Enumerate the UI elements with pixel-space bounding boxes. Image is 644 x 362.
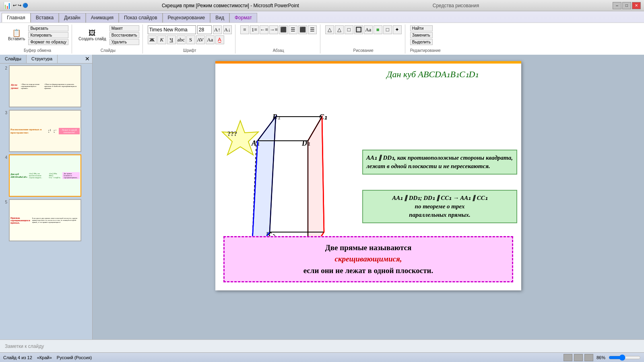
tab-design[interactable]: Дизайн [59,13,85,23]
slide-thumb-4[interactable]: 4 Дан куб ABCDA₁B₁C₁D₁ AA₁ ∥ DD₁, как пр… [2,154,91,197]
slide-sorter-button[interactable] [574,354,583,361]
drawing-label: Рисование [353,47,374,53]
font-size-input[interactable] [197,25,212,34]
slide-show-button[interactable] [584,354,593,361]
slide-num-3: 3 [2,110,7,115]
slide-area: Дан куб ABCDA₁B₁C₁D₁ ??? B₁ C₁ A₁ D₁ B A [93,55,644,339]
maximize-button[interactable]: □ [622,2,631,9]
decrease-indent-button[interactable]: ←≡ [260,25,268,34]
layout-button[interactable]: Макет [109,25,139,31]
slide-num-4: 4 [2,154,7,160]
align-center-button[interactable]: ☰ [289,25,297,34]
shape1-button[interactable]: △ [325,25,334,34]
shadow-button[interactable]: S [186,35,195,44]
group-editing: Найти Заменить Выделить Редактирование [407,25,444,53]
font-grow-button[interactable]: A↑ [213,25,222,34]
bold-button[interactable]: Ж [148,35,157,44]
cut-button[interactable]: Вырезать [28,25,68,31]
tab-review[interactable]: Рецензирование [163,13,211,23]
info-box-2[interactable]: AA₁ ∥ DD₁; DD₁ ∥ CC₁ → AA₁ ∥ CC₁ по теор… [362,190,517,223]
restore-button[interactable]: Восстановить [109,32,139,38]
definition-box: Две прямые называются скрещивающимися, е… [223,236,513,283]
increase-indent-button[interactable]: →≡ [269,25,278,34]
italic-button[interactable]: К [157,35,166,44]
font-selector: A↑ A↓ [148,25,232,34]
font-name-input[interactable] [148,25,196,34]
tab-outline[interactable]: Структура [27,55,58,63]
slide-thumb-5[interactable]: 5 Признак скрещивающихся прямых. Если од… [2,199,91,241]
align-right-button[interactable]: ⬛ [298,25,307,34]
tab-format[interactable]: Формат [229,13,257,23]
outline-button[interactable]: □ [383,25,392,34]
paste-button[interactable]: 📋 Вставить [6,29,27,42]
replace-button[interactable]: Заменить [410,32,433,38]
status-bar: Слайд 4 из 12 «Край» Русский (Россия) 86… [0,352,644,362]
tab-slides[interactable]: Слайды [0,55,27,63]
font-color-button[interactable]: A̲ [215,35,224,44]
tab-animation[interactable]: Анимация [86,13,119,23]
tab-slideshow[interactable]: Показ слайдов [119,13,163,23]
paste-icon: 📋 [12,29,21,37]
editing-label: Редактирование [410,47,441,53]
find-button[interactable]: Найти [410,25,433,31]
slide-title: Дан куб ABCDA₁B₁C₁D₁ [352,69,513,80]
align-left-button[interactable]: ⬛ [279,25,288,34]
ribbon-tabs: Главная Вставка Дизайн Анимация Показ сл… [0,11,644,23]
slide-num-2: 2 [2,65,7,70]
shape2-button[interactable]: △ [335,25,344,34]
select-button[interactable]: Выделить [410,39,433,45]
paragraph-label: Абзац [273,47,284,53]
view-buttons [564,354,593,361]
normal-view-button[interactable] [564,354,572,361]
justify-button[interactable]: ☰ [308,25,317,34]
slide-preview-4: Дан куб ABCDA₁B₁C₁D₁ AA₁ ∥ DD₁, как прот… [9,154,81,197]
title-quick-access: 📊 ↩ ↪ 🔵 [3,2,28,9]
new-slide-button[interactable]: 🖼 Создать слайд [77,29,108,42]
ribbon: Главная Вставка Дизайн Анимация Показ сл… [0,11,644,55]
delete-button[interactable]: Удалить [109,39,139,45]
language-info: Русский (Россия) [57,355,92,360]
effects-button[interactable]: ✦ [393,25,402,34]
clipboard-buttons: 📋 Вставить Вырезать Копировать Формат по… [6,25,68,45]
slide-preview-2: Цели урока: • Ввести определение скрещив… [9,65,81,107]
arrange-button[interactable]: 🔲 [354,25,363,34]
title-bar: 📊 ↩ ↪ 🔵 Скрещив прям [Режим совместимост… [0,0,644,11]
fill-button[interactable]: ■ [374,25,382,34]
font-case-button[interactable]: Аа [206,35,215,44]
theme-name: «Край» [37,355,52,360]
group-font: A↑ A↓ Ж К Ч аbс S AV Аа A̲ Шрифт [144,25,235,53]
bullets-button[interactable]: ≡ [240,25,249,34]
minimize-button[interactable]: – [613,2,621,9]
tab-view[interactable]: Вид [210,13,229,23]
font-spacing-button[interactable]: AV [196,35,205,44]
quick-styles-button[interactable]: Aa [364,25,373,34]
underline-button[interactable]: Ч [167,35,176,44]
copy-button[interactable]: Копировать [28,32,68,38]
strikethrough-button[interactable]: аbс [177,35,186,44]
tab-insert[interactable]: Вставка [31,13,59,23]
zoom-level: 86% [597,355,605,360]
shape3-button[interactable]: □ [345,25,353,34]
new-slide-icon: 🖼 [89,29,96,37]
clipboard-label: Буфер обмена [24,47,51,53]
slide-thumb-3[interactable]: 3 Расположение прямых в пространстве: a … [2,110,91,152]
group-paragraph: ≡ 1≡ ←≡ →≡ ⬛ ☰ ⬛ ☰ Абзац [237,25,320,53]
panel-tabs: Слайды Структура ✕ [0,55,92,64]
group-drawing: △ △ □ 🔲 Aa ■ □ ✦ Рисование [322,25,405,53]
tab-home[interactable]: Главная [2,13,31,23]
font-shrink-button[interactable]: A↓ [223,25,232,34]
slide-panel: Слайды Структура ✕ 2 Цели урока: • Ввест… [0,55,93,339]
tools-title: Средства рисования [433,3,479,8]
panel-close-button[interactable]: ✕ [83,55,92,63]
close-button[interactable]: ✕ [632,2,641,9]
slide-list: 2 Цели урока: • Ввести определение скрещ… [0,64,92,339]
notes-bar: Заметки к слайду [0,339,644,352]
main-area: Слайды Структура ✕ 2 Цели урока: • Ввест… [0,55,644,339]
window-title: Скрещив прям [Режим совместимости] - Mic… [162,3,299,8]
slide-thumb-2[interactable]: 2 Цели урока: • Ввести определение скрещ… [2,65,91,107]
slide-preview-5: Признак скрещивающихся прямых. Если одна… [9,199,81,241]
zoom-slider[interactable] [609,354,641,361]
format-painter-button[interactable]: Формат по образцу [28,39,68,45]
numbering-button[interactable]: 1≡ [250,25,259,34]
window-controls: – □ ✕ [613,2,641,9]
